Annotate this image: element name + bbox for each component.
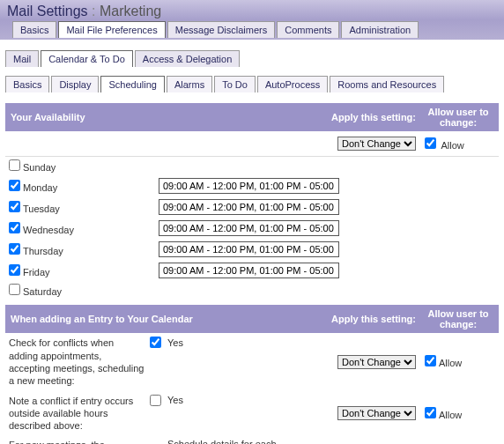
tabrow-secondary: MailCalendar & To DoAccess & Delegation xyxy=(0,50,504,67)
calendar-entry-check-1[interactable]: Yes xyxy=(150,395,291,406)
tab-basics[interactable]: Basics xyxy=(5,76,49,92)
day-time-input-tuesday[interactable] xyxy=(159,199,339,215)
tab-to-do[interactable]: To Do xyxy=(214,76,256,92)
day-label-thursday[interactable]: Thursday xyxy=(9,243,63,256)
day-label-sunday[interactable]: Sunday xyxy=(9,159,56,173)
calendar-entry-allow-0[interactable]: Allow xyxy=(425,358,462,368)
calendar-entry-options-2: Schedule details for each participantSug… xyxy=(150,439,291,444)
day-row-sunday: Sunday xyxy=(5,157,499,175)
calendar-entry-allow-checkbox-1[interactable] xyxy=(425,407,436,418)
tab-scheduling[interactable]: Scheduling xyxy=(100,76,164,92)
day-checkbox-tuesday[interactable] xyxy=(9,201,20,212)
calendar-entry-options-1: Yes xyxy=(150,395,291,406)
day-row-tuesday: Tuesday xyxy=(5,196,499,218)
availability-apply-select[interactable]: Don't Change xyxy=(337,137,416,151)
day-time-input-monday[interactable] xyxy=(159,178,339,194)
tab-display[interactable]: Display xyxy=(51,76,99,92)
day-checkbox-friday[interactable] xyxy=(9,264,20,276)
calendar-entry-allow-checkbox-0[interactable] xyxy=(425,355,436,366)
calendar-entry-apply-select-1[interactable]: Don't Change xyxy=(337,406,416,420)
availability-allow-checkbox[interactable] xyxy=(425,137,436,149)
day-label-saturday[interactable]: Saturday xyxy=(9,284,62,297)
tab-mail-file-preferences[interactable]: Mail File Preferences xyxy=(58,21,165,38)
tabrow-primary: BasicsMail File PreferencesMessage Discl… xyxy=(7,21,497,38)
day-row-friday: Friday xyxy=(5,260,499,281)
tab-comments[interactable]: Comments xyxy=(277,21,339,38)
day-label-wednesday[interactable]: Wednesday xyxy=(9,222,74,235)
day-checkbox-thursday[interactable] xyxy=(9,243,20,255)
tabrow-tertiary: BasicsDisplaySchedulingAlarmsTo DoAutoPr… xyxy=(0,76,504,92)
page-title-sub: Marketing xyxy=(100,4,161,18)
day-row-saturday: Saturday xyxy=(5,281,499,300)
calendar-entry-check-0[interactable]: Yes xyxy=(150,337,291,348)
calendar-entry-radio-2-0[interactable]: Schedule details for each participant xyxy=(150,439,291,444)
day-time-input-thursday[interactable] xyxy=(159,241,339,257)
section-calendar-entry-title: When adding an Entry to Your Calendar xyxy=(11,314,194,325)
tab-alarms[interactable]: Alarms xyxy=(167,76,212,92)
day-time-input-wednesday[interactable] xyxy=(159,220,339,236)
availability-allow-label[interactable]: Allow xyxy=(425,140,464,151)
section-calendar-entry-header: When adding an Entry to Your Calendar Ap… xyxy=(5,305,499,333)
apply-setting-label-2: Apply this setting: xyxy=(194,314,423,324)
calendar-entry-checkbox-1[interactable] xyxy=(150,395,161,406)
tab-message-disclaimers[interactable]: Message Disclaimers xyxy=(167,21,276,38)
section-availability-title: Your Availability xyxy=(11,112,194,123)
allow-change-label-2: Allow user to change: xyxy=(423,308,493,329)
calendar-entry-row-1: Note a conflict if entry occurs outside … xyxy=(5,391,499,436)
day-time-input-friday[interactable] xyxy=(159,263,339,278)
day-checkbox-monday[interactable] xyxy=(9,180,20,191)
day-checkbox-wednesday[interactable] xyxy=(9,222,20,233)
page-title-sep: : xyxy=(92,4,95,18)
tab-mail[interactable]: Mail xyxy=(5,50,39,67)
section-availability-header: Your Availability Apply this setting: Al… xyxy=(5,103,499,131)
day-label-friday[interactable]: Friday xyxy=(9,264,50,278)
day-checkbox-saturday[interactable] xyxy=(9,284,20,295)
day-row-thursday: Thursday xyxy=(5,239,499,260)
tab-autoprocess[interactable]: AutoProcess xyxy=(257,76,328,92)
day-label-tuesday[interactable]: Tuesday xyxy=(9,201,60,214)
tab-administration[interactable]: Administration xyxy=(341,21,419,38)
calendar-entry-row-0: Check for conflicts when adding appointm… xyxy=(5,333,499,390)
tab-rooms-and-resources[interactable]: Rooms and Resources xyxy=(330,76,444,92)
day-checkbox-sunday[interactable] xyxy=(9,159,20,171)
calendar-entry-checkbox-0[interactable] xyxy=(150,337,161,348)
allow-change-label: Allow user to change: xyxy=(423,107,493,128)
calendar-entry-label-0: Check for conflicts when adding appointm… xyxy=(9,337,150,387)
day-row-wednesday: Wednesday xyxy=(5,218,499,239)
availability-apply-row: Don't Change Allow xyxy=(5,131,499,157)
calendar-entry-options-0: Yes xyxy=(150,337,291,348)
tab-calendar-to-do[interactable]: Calendar & To Do xyxy=(41,50,133,67)
tab-basics[interactable]: Basics xyxy=(12,21,56,38)
tab-access-delegation[interactable]: Access & Delegation xyxy=(135,50,241,67)
page-title-main: Mail Settings xyxy=(7,4,88,18)
calendar-entry-label-2: For new meetings, the Scheduler initiall… xyxy=(9,439,150,444)
calendar-entry-apply-select-0[interactable]: Don't Change xyxy=(337,355,416,369)
day-label-monday[interactable]: Monday xyxy=(9,180,57,193)
calendar-entry-allow-1[interactable]: Allow xyxy=(425,410,462,420)
calendar-entry-label-1: Note a conflict if entry occurs outside … xyxy=(9,395,150,433)
calendar-entry-row-2: For new meetings, the Scheduler initiall… xyxy=(5,435,499,444)
day-row-monday: Monday xyxy=(5,175,499,196)
page-title: Mail Settings : Marketing xyxy=(7,4,497,19)
header-banner: Mail Settings : Marketing BasicsMail Fil… xyxy=(0,0,504,40)
apply-setting-label: Apply this setting: xyxy=(194,112,423,122)
